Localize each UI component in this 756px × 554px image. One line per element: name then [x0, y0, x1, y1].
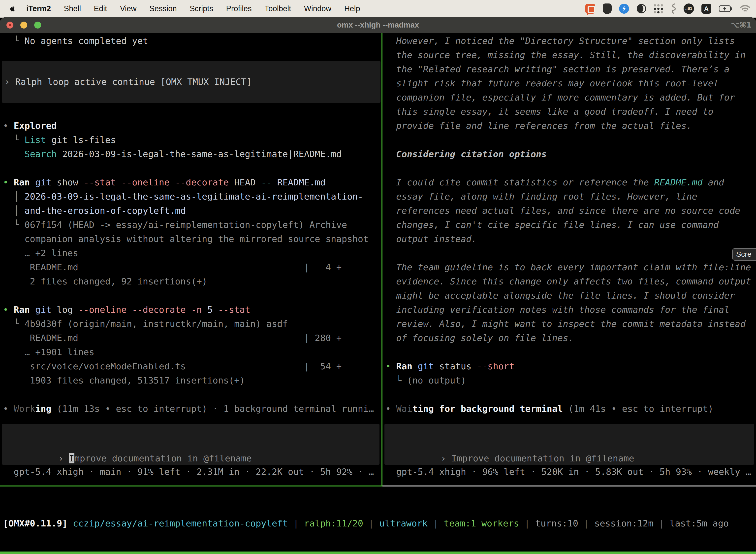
terminal-line: essay file, along with finding root file… [385, 189, 756, 204]
terminal-area: └ No agents completed yet• Explored └ Li… [0, 33, 756, 554]
battery-percent-badge-icon[interactable]: ..61 [684, 3, 694, 14]
battery-icon[interactable] [719, 5, 733, 12]
apple-menu-icon[interactable] [9, 5, 16, 12]
terminal-line [385, 133, 756, 147]
terminal-text-segment: might be acceptable alongside the file l… [385, 290, 735, 300]
menu-item-profiles[interactable]: Profiles [226, 4, 252, 13]
terminal-text-segment: | [653, 518, 670, 529]
terminal-text-segment: README.md [654, 177, 703, 187]
terminal-line: └ 4b9d30f (origin/main, instructkr/main,… [3, 317, 381, 331]
pane-right[interactable]: However, I noticed the "Directory Struct… [382, 33, 756, 487]
terminal-text-segment: git [35, 304, 51, 315]
terminal-text-segment: git ls-files [46, 135, 116, 145]
left-prompt-line[interactable]: › Improve documentation in @filename [4, 437, 252, 451]
menu-item-app[interactable]: iTerm2 [26, 4, 51, 13]
terminal-text-segment: … +1901 lines [3, 347, 94, 357]
terminal-text-segment: companion analysis without altering the … [3, 234, 369, 244]
terminal-line: 2 files changed, 92 insertions(+) [3, 274, 381, 288]
terminal-line [3, 288, 381, 302]
terminal-text-segment: 5 [207, 304, 213, 315]
menu-item-help[interactable]: Help [344, 4, 360, 13]
terminal-text-segment: | [428, 518, 444, 529]
terminal-text-segment: 2026-03-09-is-legal-the-same-as-legitima… [57, 149, 342, 159]
terminal-line: references need actual files, and since … [385, 204, 756, 218]
menu-item-scripts[interactable]: Scripts [190, 4, 213, 13]
terminal-line: might be acceptable alongside the file l… [385, 288, 756, 302]
ralph-inject-line: › Ralph loop active continue [OMX_TMUX_I… [4, 75, 252, 89]
terminal-line: of focusing solely on file lines. [385, 331, 756, 345]
terminal-line: 1903 files changed, 513517 insertions(+) [3, 373, 381, 387]
menu-item-session[interactable]: Session [149, 4, 177, 13]
terminal-text-segment: slight risk that future readers may over… [385, 78, 719, 88]
terminal-text-segment: -n [191, 304, 202, 315]
close-button-dot [9, 24, 11, 26]
terminal-text-segment [116, 177, 121, 187]
terminal-text-segment: --decorate [175, 177, 229, 187]
terminal-line: this single essay, it seems like a good … [385, 105, 756, 119]
terminal-text-segment: Explored [14, 121, 57, 131]
zoom-button[interactable] [34, 21, 41, 29]
terminal-text-segment: README.md | 280 + [3, 333, 341, 343]
terminal-text-segment: (no output) [407, 375, 466, 385]
dots-grid-icon[interactable] [654, 4, 663, 13]
terminal-text-segment: --oneline [78, 304, 126, 315]
terminal-text-segment: README.md | 4 + [3, 262, 341, 272]
terminal-text-segment: The team guideline is to back every impo… [385, 262, 751, 272]
terminal-text-segment: └ [385, 375, 407, 385]
terminal-text-segment [202, 304, 207, 315]
menu-item-view[interactable]: View [120, 4, 137, 13]
pane-left[interactable]: └ No agents completed yet• Explored └ Li… [0, 33, 381, 487]
right-prompt-text: Improve documentation in @filename [451, 453, 634, 463]
window-title-bar[interactable]: omx --xhigh --madmax ⌥⌘1 [0, 17, 756, 33]
terminal-text-segment: including verification notes with those … [385, 304, 730, 315]
terminal-text-segment: • [3, 121, 14, 131]
blue-bolt-badge-icon[interactable] [619, 4, 629, 14]
terminal-text-segment: | [288, 518, 304, 529]
hook-squiggle-icon[interactable] [671, 3, 676, 14]
terminal-text-segment: └ [3, 220, 24, 230]
terminal-line: provide file and line references from th… [385, 119, 756, 133]
right-prompt-box[interactable]: › Improve documentation in @filename [384, 424, 754, 465]
terminal-text-segment: companion file, especially if more comme… [385, 92, 735, 103]
terminal-text-segment: git [418, 361, 434, 371]
minimize-button[interactable] [20, 21, 27, 29]
terminal-line [3, 161, 381, 175]
menu-item-toolbelt[interactable]: Toolbelt [265, 4, 291, 13]
terminal-text-segment: src/voice/voiceModeEnabled.ts | 54 + [3, 361, 341, 371]
terminal-line: output instead. [385, 232, 756, 246]
menu-item-shell[interactable]: Shell [64, 4, 81, 13]
terminal-text-segment: › [4, 77, 15, 87]
terminal-line: │ 2026-03-09-is-legal-the-same-as-legiti… [3, 189, 381, 204]
right-status-line: gpt-5.4 xhigh · 96% left · 520K in · 5.8… [385, 465, 756, 479]
terminal-text-segment: references need actual files, and since … [385, 206, 740, 216]
wifi-icon[interactable] [740, 5, 750, 12]
terminal-text-segment: 067f154 (HEAD -> essay/ai-reimplementati… [24, 220, 347, 230]
left-prompt-chevron: › [58, 453, 69, 463]
terminal-text-segment: • [3, 304, 14, 315]
terminal-line: … +2 lines [3, 246, 381, 260]
terminal-line: src/voice/voiceModeEnabled.ts | 54 + [3, 359, 381, 373]
terminal-text-segment: review. Also, I might want to inspect th… [385, 319, 746, 329]
dark-crescent-icon[interactable] [636, 4, 646, 14]
terminal-text-segment: status [434, 361, 477, 371]
menu-item-edit[interactable]: Edit [94, 4, 107, 13]
terminal-line: └ 067f154 (HEAD -> essay/ai-reimplementa… [3, 218, 381, 232]
shield-keypad-icon[interactable] [603, 3, 612, 14]
terminal-text-segment: turns:10 [535, 518, 578, 529]
terminal-text-segment: Wai [396, 403, 412, 414]
menu-item-window[interactable]: Window [304, 4, 331, 13]
terminal-text-segment: (11m 13s • esc to interrupt) · 1 backgro… [51, 403, 374, 414]
left-prompt-box[interactable]: › Improve documentation in @filename [2, 424, 379, 465]
terminal-text-segment: • [3, 177, 14, 187]
terminal-line [385, 345, 756, 359]
terminal-line: README.md | 4 + [3, 260, 381, 274]
terminal-line: • Ran git status --short [385, 359, 756, 373]
close-button[interactable] [6, 21, 13, 29]
screen-share-overlay-button[interactable]: Scre [732, 248, 756, 261]
terminal-line: └ No agents completed yet [3, 34, 381, 48]
terminal-text-segment: the "Related research writing" section i… [385, 64, 730, 74]
right-prompt-line[interactable]: › Improve documentation in @filename [387, 437, 634, 451]
keyboard-layout-icon[interactable]: A [701, 4, 711, 14]
terminal-text-segment: List [24, 135, 46, 145]
chat-app-icon[interactable] [585, 4, 595, 14]
